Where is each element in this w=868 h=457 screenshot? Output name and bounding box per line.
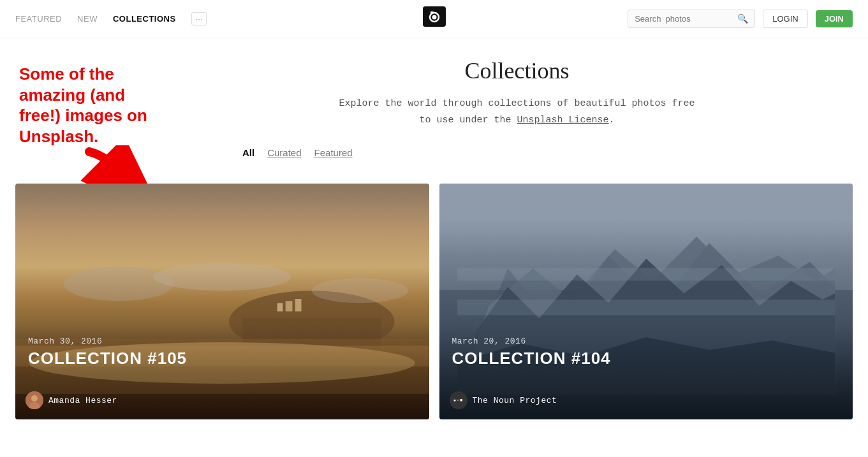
- header: FEATURED NEW COLLECTIONS ··· 🔍 LOGIN JOI…: [0, 0, 868, 38]
- login-button[interactable]: LOGIN: [763, 10, 807, 28]
- svg-point-17: [31, 395, 38, 402]
- collection-date-1: March 30, 2016: [28, 337, 416, 346]
- svg-point-15: [312, 278, 408, 303]
- filter-tabs: All Curated Featured: [242, 147, 842, 171]
- nav-more[interactable]: ···: [191, 12, 207, 25]
- search-icon: 🔍: [737, 13, 748, 24]
- author-avatar-2: ●×■: [450, 391, 467, 409]
- svg-rect-22: [457, 300, 835, 316]
- svg-rect-12: [295, 299, 302, 311]
- collection-card-2[interactable]: March 20, 2016 COLLECTION #104 ●×■ The N…: [439, 184, 853, 419]
- filter-curated[interactable]: Curated: [267, 147, 301, 158]
- collection-name-1: COLLECTION #105: [28, 349, 416, 368]
- collection-author-1: Amanda Hesser: [26, 391, 117, 409]
- collection-date-2: March 20, 2016: [452, 337, 841, 346]
- logo[interactable]: [423, 6, 446, 31]
- svg-point-13: [64, 266, 174, 301]
- search-input[interactable]: [635, 14, 735, 24]
- svg-rect-11: [286, 301, 293, 311]
- svg-rect-10: [277, 303, 283, 311]
- svg-point-14: [153, 263, 291, 291]
- content-wrapper: Some of the amazing (and free!) images o…: [0, 38, 868, 184]
- nav-new[interactable]: NEW: [77, 14, 98, 24]
- nav-featured[interactable]: FEATURED: [15, 14, 62, 24]
- search-box[interactable]: 🔍: [628, 10, 755, 28]
- svg-rect-3: [430, 11, 434, 13]
- page-title: Collections: [191, 57, 842, 84]
- collection-author-2: ●×■ The Noun Project: [450, 391, 557, 409]
- filter-featured[interactable]: Featured: [314, 147, 353, 158]
- unsplash-license-link[interactable]: Unsplash License: [517, 115, 609, 126]
- annotation-text: Some of the amazing (and free!) images o…: [19, 64, 153, 147]
- center-content: Collections Explore the world through co…: [166, 38, 868, 184]
- join-button[interactable]: JOIN: [816, 10, 853, 27]
- author-name-2: The Noun Project: [473, 396, 557, 405]
- collections-grid: March 30, 2016 COLLECTION #105 Amanda He…: [0, 184, 868, 435]
- left-annotation: Some of the amazing (and free!) images o…: [0, 38, 166, 184]
- svg-rect-23: [457, 268, 835, 281]
- collection-name-2: COLLECTION #104: [452, 349, 841, 368]
- author-name-1: Amanda Hesser: [48, 396, 117, 405]
- page-description: Explore the world through collections of…: [191, 96, 842, 128]
- header-right: 🔍 LOGIN JOIN: [628, 10, 853, 28]
- filter-all[interactable]: All: [242, 147, 254, 158]
- svg-point-2: [432, 15, 436, 20]
- author-avatar-1: [26, 391, 43, 409]
- collection-card[interactable]: March 30, 2016 COLLECTION #105 Amanda He…: [15, 184, 429, 419]
- main-nav: FEATURED NEW COLLECTIONS ···: [15, 12, 207, 25]
- nav-collections[interactable]: COLLECTIONS: [113, 14, 176, 24]
